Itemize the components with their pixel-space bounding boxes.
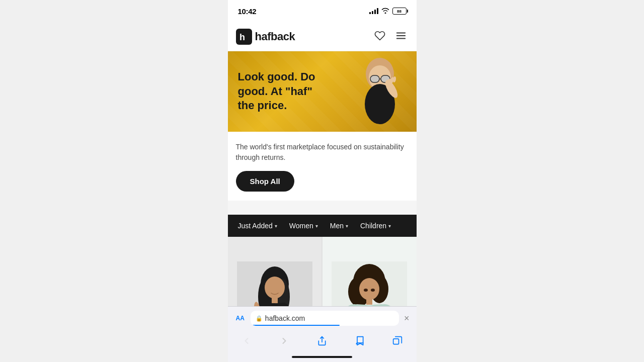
nav-bar: h hafback <box>228 22 417 51</box>
browser-toolbar <box>228 330 417 354</box>
category-men[interactable]: Men ▾ <box>324 215 354 237</box>
svg-text:h: h <box>239 32 245 42</box>
shop-all-button[interactable]: Shop All <box>236 171 294 192</box>
forward-button[interactable] <box>273 333 295 349</box>
dropdown-arrow-icon: ▾ <box>346 223 348 229</box>
description-section: The world's first marketplace focused on… <box>228 132 417 201</box>
svg-point-20 <box>265 277 285 299</box>
svg-rect-7 <box>370 75 379 82</box>
battery-icon: 88 <box>392 8 407 15</box>
svg-rect-36 <box>393 339 399 344</box>
svg-point-27 <box>359 278 379 300</box>
svg-point-28 <box>364 289 368 292</box>
phone-frame: 10:42 88 <box>228 0 417 362</box>
url-field[interactable]: 🔒 hafback.com <box>251 311 399 326</box>
bookmarks-icon <box>355 336 365 346</box>
wifi-icon <box>381 8 389 15</box>
dropdown-arrow-icon: ▾ <box>275 223 277 229</box>
heart-icon <box>374 30 385 41</box>
category-just-added[interactable]: Just Added ▾ <box>232 215 283 237</box>
forward-icon <box>279 336 289 346</box>
hero-text-block: Look good. Do good. At "haf" the price. <box>228 60 339 123</box>
share-button[interactable] <box>311 333 333 349</box>
back-button[interactable] <box>235 333 258 349</box>
url-close-button[interactable]: × <box>403 312 411 325</box>
logo-container: h hafback <box>236 29 295 45</box>
url-bar-row: AA 🔒 hafback.com × <box>228 307 417 330</box>
category-women[interactable]: Women ▾ <box>283 215 324 237</box>
home-indicator <box>228 354 417 362</box>
logo-text: hafback <box>255 30 295 43</box>
nav-actions <box>372 28 409 45</box>
hero-person-svg <box>332 51 410 132</box>
description-text: The world's first marketplace focused on… <box>236 142 409 163</box>
scroll-content[interactable]: h hafback <box>228 22 417 306</box>
hero-person-image <box>326 51 417 132</box>
bookmarks-button[interactable] <box>349 333 371 349</box>
status-icons: 88 <box>369 8 407 15</box>
browser-bar: AA 🔒 hafback.com × <box>228 306 417 354</box>
hamburger-icon <box>395 30 407 41</box>
home-bar <box>292 356 352 358</box>
signal-icon <box>369 8 378 14</box>
svg-rect-30 <box>366 299 372 305</box>
svg-rect-21 <box>272 297 278 303</box>
url-text: hafback.com <box>265 314 394 322</box>
status-time: 10:42 <box>238 7 257 16</box>
tabs-icon <box>392 336 403 346</box>
category-nav: Just Added ▾ Women ▾ Men ▾ Children ▾ <box>228 215 417 237</box>
wishlist-button[interactable] <box>372 28 387 45</box>
dropdown-arrow-icon: ▾ <box>388 223 391 229</box>
menu-button[interactable] <box>393 28 409 45</box>
product-grid <box>228 237 417 306</box>
logo-icon: h <box>236 29 252 45</box>
dropdown-arrow-icon: ▾ <box>315 223 318 229</box>
hero-banner: Look good. Do good. At "haf" the price. <box>228 51 417 132</box>
tabs-button[interactable] <box>386 333 409 349</box>
product-card-2[interactable] <box>323 237 417 306</box>
back-icon <box>242 336 252 346</box>
product-card-1[interactable] <box>228 237 322 306</box>
lock-icon: 🔒 <box>256 315 263 322</box>
product-image-1 <box>237 261 312 306</box>
product-image-2 <box>332 261 407 306</box>
hero-headline: Look good. Do good. At "haf" the price. <box>238 70 329 113</box>
svg-point-29 <box>371 289 375 292</box>
font-size-button[interactable]: AA <box>234 314 247 323</box>
spacer <box>228 201 417 215</box>
share-icon <box>317 336 327 346</box>
status-bar: 10:42 88 <box>228 0 417 22</box>
loading-progress-bar <box>251 325 340 326</box>
category-children[interactable]: Children ▾ <box>354 215 397 237</box>
